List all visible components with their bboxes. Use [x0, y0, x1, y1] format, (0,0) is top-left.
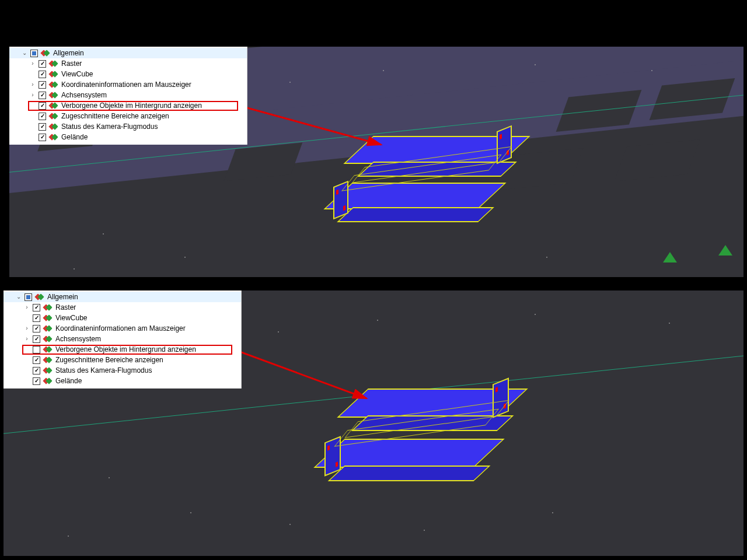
checkbox[interactable] [33, 314, 40, 322]
tree-item-clipped-regions[interactable]: · Zugeschnittene Bereiche anzeigen [4, 355, 241, 365]
category-icon [43, 345, 52, 354]
checkbox[interactable] [39, 113, 46, 120]
tree-item-coord-info[interactable]: › Koordinateninformationen am Mauszeiger [9, 79, 247, 90]
checkbox-partial[interactable] [30, 50, 38, 57]
category-icon [43, 314, 52, 322]
checkbox[interactable] [33, 367, 40, 374]
checkbox[interactable] [33, 325, 40, 332]
checkbox[interactable] [33, 377, 40, 385]
tree-item-allgemein[interactable]: ⌄ Allgemein [9, 48, 247, 58]
collapse-icon[interactable]: ⌄ [21, 50, 28, 56]
tree-item-viewcube[interactable]: · ViewCube [4, 313, 241, 323]
tree-label: Achsensystem [60, 91, 107, 99]
expand-icon[interactable]: › [29, 92, 36, 98]
category-icon [43, 324, 52, 332]
checkbox[interactable] [39, 102, 46, 110]
tree-item-raster[interactable]: › Raster [4, 302, 241, 313]
tree-label: Status des Kamera-Flugmodus [54, 366, 152, 374]
model-beam-side [330, 467, 488, 480]
collapse-icon[interactable]: ⌄ [15, 294, 22, 300]
tree-label: Achsensystem [54, 335, 101, 343]
tree-label: Zugeschnittene Bereiche anzeigen [54, 356, 163, 364]
checkbox[interactable] [33, 304, 40, 312]
tree-label: Verborgene Objekte im Hintergrund anzeig… [54, 345, 196, 354]
tree-item-coord-info[interactable]: › Koordinateninformationen am Mauszeiger [4, 323, 241, 334]
terrain-marker [718, 245, 732, 256]
tree-item-show-hidden-objects[interactable]: · Verborgene Objekte im Hintergrund anze… [9, 100, 247, 111]
tree-item-camera-fly-status[interactable]: · Status des Kamera-Flugmodus [4, 365, 241, 376]
tree-label: Gelände [60, 133, 88, 141]
checkbox[interactable] [39, 81, 46, 89]
checkbox[interactable] [39, 60, 46, 68]
tree-item-show-hidden-objects[interactable]: · Verborgene Objekte im Hintergrund anze… [4, 344, 241, 355]
tree-label: ViewCube [60, 70, 93, 78]
category-icon [48, 133, 58, 141]
category-icon [43, 303, 52, 312]
checkbox[interactable] [33, 335, 40, 343]
tree-item-axis-system[interactable]: › Achsensystem [4, 334, 241, 344]
tree-item-terrain[interactable]: · Gelände [9, 132, 247, 142]
checkbox[interactable] [33, 356, 40, 364]
category-icon [40, 49, 50, 57]
category-icon [43, 356, 52, 364]
tree-item-axis-system[interactable]: › Achsensystem [9, 90, 247, 100]
category-icon [43, 335, 52, 343]
tree-label: Zugeschnittene Bereiche anzeigen [60, 112, 169, 120]
tree-item-raster[interactable]: › Raster [9, 58, 247, 69]
category-icon [43, 366, 52, 374]
panel-bottom: ⌄ Allgemein › Raster · ViewCube › Koordi… [4, 290, 743, 556]
category-icon [48, 70, 58, 78]
checkbox[interactable] [39, 134, 46, 141]
category-icon [48, 60, 58, 68]
expand-icon[interactable]: › [23, 326, 30, 331]
tree-item-viewcube[interactable]: · ViewCube [9, 69, 247, 79]
terrain-marker [663, 252, 677, 262]
tree-label: Allgemein [52, 49, 84, 57]
tree-label: Status des Kamera-Flugmodus [60, 123, 158, 131]
expand-icon[interactable]: › [29, 82, 36, 88]
category-icon [48, 123, 58, 131]
checkbox[interactable] [39, 71, 46, 78]
tree-item-clipped-regions[interactable]: · Zugeschnittene Bereiche anzeigen [9, 111, 247, 121]
checkbox-partial[interactable] [25, 293, 32, 301]
expand-icon[interactable]: › [29, 61, 36, 66]
tree-label: Raster [54, 303, 76, 312]
category-icon [48, 91, 58, 99]
options-tree: ⌄ Allgemein › Raster · ViewCube › Koordi… [4, 290, 242, 388]
category-icon [48, 102, 58, 110]
tree-item-allgemein[interactable]: ⌄ Allgemein [4, 292, 241, 302]
tree-label: Verborgene Objekte im Hintergrund anzeig… [60, 102, 202, 110]
category-icon [48, 112, 58, 120]
checkbox[interactable] [39, 123, 46, 131]
tree-label: Koordinateninformationen am Mauszeiger [54, 324, 186, 332]
checkbox[interactable] [39, 92, 46, 99]
expand-icon[interactable]: › [23, 336, 30, 342]
category-icon [48, 80, 58, 89]
tree-label: Raster [60, 60, 82, 68]
tree-item-terrain[interactable]: · Gelände [4, 376, 241, 386]
checkbox[interactable] [33, 346, 40, 354]
tree-label: ViewCube [54, 314, 87, 322]
tree-label: Gelände [54, 377, 82, 385]
tree-label: Koordinateninformationen am Mauszeiger [60, 80, 191, 89]
category-icon [34, 293, 44, 301]
expand-icon[interactable]: › [23, 304, 30, 310]
tree-label: Allgemein [46, 293, 78, 301]
options-tree: ⌄ Allgemein › Raster · ViewCube › Koordi… [9, 47, 247, 145]
model-beam-side [339, 208, 492, 221]
category-icon [43, 377, 52, 385]
panel-top: ⌄ Allgemein › Raster · ViewCube › Koordi… [9, 47, 743, 277]
tree-item-camera-fly-status[interactable]: · Status des Kamera-Flugmodus [9, 121, 247, 132]
